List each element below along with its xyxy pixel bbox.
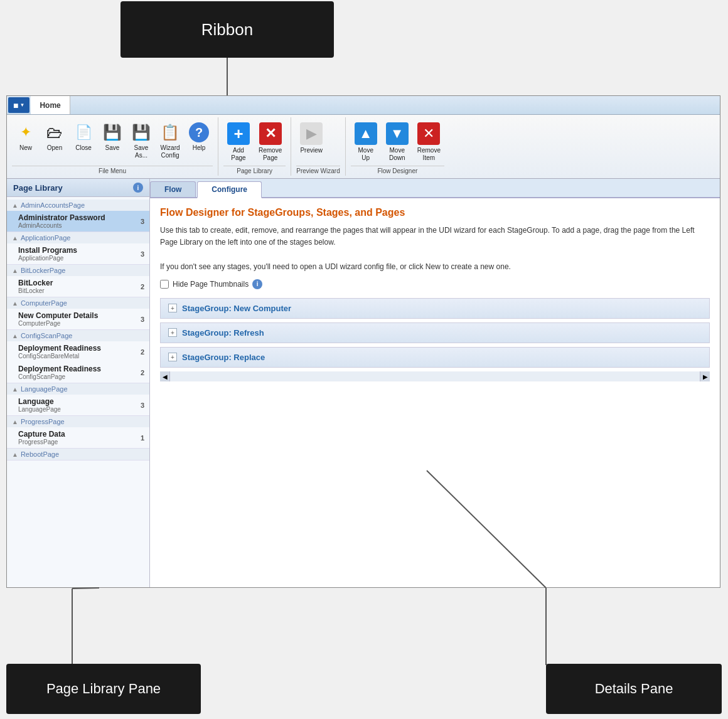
page-library-info-icon[interactable]: i xyxy=(133,183,143,193)
stage-group-header-new-computer[interactable]: + StageGroup: New Computer xyxy=(161,299,709,318)
hide-thumbnails-info-icon[interactable]: i xyxy=(252,279,262,289)
lib-group-bitlocker: ▲ BitLockerPage BitLocker BitLocker 2 xyxy=(7,265,149,297)
remove-item-button[interactable]: ✕ Remove Item xyxy=(414,120,444,164)
lib-item-language[interactable]: Language LanguagePage 3 xyxy=(7,395,149,415)
lib-item-new-computer-details[interactable]: New Computer Details ComputerPage 3 xyxy=(7,309,149,329)
lib-group-header-bitlocker[interactable]: ▲ BitLockerPage xyxy=(7,265,149,276)
save-button[interactable]: 💾 Save xyxy=(99,120,126,154)
title-bar: ■ ▼ Home xyxy=(7,96,720,115)
collapse-icon-admin: ▲ xyxy=(12,202,18,209)
lib-group-header-progress[interactable]: ▲ ProgressPage xyxy=(7,416,149,427)
move-down-icon: ▼ xyxy=(386,122,409,145)
page-library-pane-label: Page Library Pane xyxy=(6,664,201,714)
lib-item-admin-name: Administrator Password xyxy=(18,213,105,222)
ribbon-group-file-menu: ✦ New 🗁 Open 📄 Close 💾 Save 💾 Save xyxy=(7,117,218,176)
page-library-panel: Page Library i ▲ AdminAccountsPage Admin… xyxy=(7,179,150,587)
lib-group-language: ▲ LanguagePage Language LanguagePage 3 xyxy=(7,383,149,416)
lib-group-header-admin[interactable]: ▲ AdminAccountsPage xyxy=(7,200,149,211)
hide-thumbnails-row: Hide Page Thumbnails i xyxy=(160,279,710,289)
expand-icon-replace[interactable]: + xyxy=(168,353,177,361)
page-library-title: Page Library xyxy=(13,183,63,193)
page-library-group-label: Page Library xyxy=(223,166,286,176)
remove-page-icon: ✕ xyxy=(259,122,282,145)
preview-wizard-group-label: Preview Wizard xyxy=(296,166,340,176)
lib-item-bitlocker-info: BitLocker BitLocker xyxy=(18,279,53,294)
add-page-button[interactable]: + Add Page xyxy=(223,120,254,164)
flow-desc-2: If you don't see any stages, you'll need… xyxy=(160,262,511,271)
lib-group-header-computer[interactable]: ▲ ComputerPage xyxy=(7,297,149,309)
lib-group-header-configscan1[interactable]: ▲ ConfigScanPage xyxy=(7,330,149,341)
main-content: Page Library i ▲ AdminAccountsPage Admin… xyxy=(7,179,720,587)
h-scroll-track[interactable] xyxy=(170,371,700,381)
lib-item-computer-count: 3 xyxy=(141,316,144,323)
new-label: New xyxy=(19,144,32,152)
preview-button[interactable]: ▶ Preview xyxy=(296,120,326,157)
close-button[interactable]: 📄 Close xyxy=(70,120,97,154)
help-button[interactable]: ? Help xyxy=(185,120,213,154)
wizard-config-button[interactable]: 📋 Wizard Config xyxy=(156,120,184,162)
stage-group-refresh: + StageGroup: Refresh xyxy=(160,322,710,343)
help-label: Help xyxy=(193,144,206,152)
lib-group-name-app: ApplicationPage xyxy=(21,234,71,242)
move-down-button[interactable]: ▼ Move Down xyxy=(382,120,412,164)
flow-designer-group-label: Flow Designer xyxy=(351,166,444,176)
file-menu-buttons: ✦ New 🗁 Open 📄 Close 💾 Save 💾 Save xyxy=(12,117,213,164)
lib-group-reboot: ▲ RebootPage xyxy=(7,449,149,461)
move-up-button[interactable]: ▲ Move Up xyxy=(351,120,381,164)
lib-item-deployment-readiness1[interactable]: Deployment Readiness ConfigScanBareMetal… xyxy=(7,341,149,362)
lib-group-header-language[interactable]: ▲ LanguagePage xyxy=(7,383,149,395)
app-menu-arrow: ▼ xyxy=(19,102,24,108)
lib-item-language-count: 3 xyxy=(141,402,144,409)
stage-group-name-refresh: StageGroup: Refresh xyxy=(182,328,264,338)
stage-group-header-replace[interactable]: + StageGroup: Replace xyxy=(161,348,709,367)
lib-item-bitlocker[interactable]: BitLocker BitLocker 2 xyxy=(7,276,149,297)
remove-page-button[interactable]: ✕ Remove Page xyxy=(255,120,286,164)
tab-configure[interactable]: Configure xyxy=(197,181,262,198)
hide-thumbnails-checkbox[interactable] xyxy=(160,280,169,289)
lib-group-header-app[interactable]: ▲ ApplicationPage xyxy=(7,232,149,243)
lib-item-configscan1-sub: ConfigScanBareMetal xyxy=(18,353,101,360)
lib-group-name-bitlocker: BitLockerPage xyxy=(21,267,66,274)
stage-group-header-refresh[interactable]: + StageGroup: Refresh xyxy=(161,323,709,343)
lib-group-progress: ▲ ProgressPage Capture Data ProgressPage… xyxy=(7,416,149,449)
lib-group-name-progress: ProgressPage xyxy=(21,418,65,425)
ribbon-label: Ribbon xyxy=(120,1,334,58)
tab-flow[interactable]: Flow xyxy=(150,181,196,197)
lib-item-configscan2-info: Deployment Readiness ConfigScanPage xyxy=(18,365,101,380)
move-up-label: Move Up xyxy=(358,147,373,162)
lib-item-configscan2-sub: ConfigScanPage xyxy=(18,373,101,380)
lib-item-deployment-readiness2[interactable]: Deployment Readiness ConfigScanPage 2 xyxy=(7,362,149,383)
lib-group-header-reboot[interactable]: ▲ RebootPage xyxy=(7,449,149,460)
svg-line-1 xyxy=(72,588,99,589)
ribbon-group-page-library: + Add Page ✕ Remove Page Page Library xyxy=(218,117,291,176)
stage-group-replace: + StageGroup: Replace xyxy=(160,347,710,368)
lib-item-capture-data[interactable]: Capture Data ProgressPage 1 xyxy=(7,427,149,448)
collapse-icon-reboot: ▲ xyxy=(12,451,18,458)
save-as-button[interactable]: 💾 Save As... xyxy=(127,120,155,162)
lib-item-configscan1-info: Deployment Readiness ConfigScanBareMetal xyxy=(18,344,101,360)
lib-group-name-configscan1: ConfigScanPage xyxy=(21,332,73,339)
expand-icon-new-computer[interactable]: + xyxy=(168,304,177,312)
preview-icon: ▶ xyxy=(300,122,323,145)
tab-home[interactable]: Home xyxy=(31,96,70,114)
lib-item-progress-count: 1 xyxy=(141,434,144,442)
lib-item-admin-password[interactable]: Administrator Password AdminAccounts 3 xyxy=(7,211,149,232)
new-button[interactable]: ✦ New xyxy=(12,120,40,154)
expand-icon-refresh[interactable]: + xyxy=(168,328,177,337)
h-scroll-left-button[interactable]: ◀ xyxy=(160,371,170,381)
lib-item-bitlocker-count: 2 xyxy=(141,283,144,290)
page-library-buttons: + Add Page ✕ Remove Page xyxy=(223,117,286,164)
lib-item-bitlocker-name: BitLocker xyxy=(18,279,53,287)
lib-item-progress-info: Capture Data ProgressPage xyxy=(18,430,65,445)
h-scroll-right-button[interactable]: ▶ xyxy=(700,371,710,381)
lib-item-app-info: Install Programs ApplicationPage xyxy=(18,246,77,262)
collapse-icon-language: ▲ xyxy=(12,386,18,393)
lib-item-computer-info: New Computer Details ComputerPage xyxy=(18,311,98,327)
horizontal-scrollbar[interactable]: ◀ ▶ xyxy=(160,371,710,381)
lib-item-install-programs[interactable]: Install Programs ApplicationPage 3 xyxy=(7,243,149,264)
open-button[interactable]: 🗁 Open xyxy=(41,120,68,154)
move-down-label: Move Down xyxy=(389,147,405,162)
add-page-icon: + xyxy=(227,122,250,145)
preview-wizard-buttons: ▶ Preview xyxy=(296,117,340,164)
app-menu-button[interactable]: ■ ▼ xyxy=(8,97,29,113)
